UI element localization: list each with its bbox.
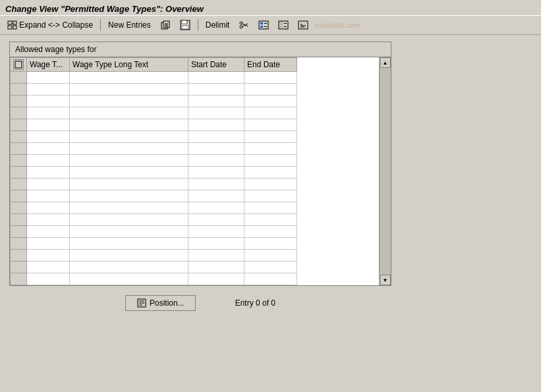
cell-end-date: [244, 179, 297, 190]
separator-2: [198, 19, 198, 31]
cell-end-date: [244, 155, 297, 167]
row-selector[interactable]: [11, 238, 27, 250]
scroll-up-button[interactable]: ▲: [380, 57, 391, 68]
cell-end-date: [244, 107, 297, 119]
cell-long-text: [70, 250, 188, 262]
table-row: [11, 190, 297, 202]
svg-point-13: [240, 22, 242, 24]
cell-end-date: [244, 96, 297, 107]
toolbar-icon-btn-1[interactable]: [157, 18, 174, 32]
window-title: Change View "Permitted Wage Types": Over…: [5, 4, 204, 14]
svg-rect-24: [280, 26, 283, 28]
cell-wage-type: [27, 226, 70, 238]
table-row: [11, 84, 297, 96]
row-selector[interactable]: [11, 179, 27, 190]
cell-start-date: [188, 262, 244, 273]
corner-select-icon[interactable]: [13, 59, 24, 70]
cell-wage-type: [27, 262, 70, 273]
row-selector[interactable]: [11, 119, 27, 131]
vertical-scrollbar[interactable]: ▲ ▼: [379, 57, 391, 285]
svg-rect-12: [186, 21, 188, 23]
col-header-start-date: Start Date: [188, 58, 244, 72]
cell-long-text: [70, 179, 188, 190]
expand-collapse-button[interactable]: Expand <-> Collapse: [4, 18, 96, 32]
toolbar: Expand <-> Collapse New Entries: [0, 15, 541, 35]
table-row: [11, 273, 297, 285]
cell-wage-type: [27, 143, 70, 155]
cell-long-text: [70, 167, 188, 179]
row-selector[interactable]: [11, 155, 27, 167]
row-selector[interactable]: [11, 226, 27, 238]
scissors-icon: [239, 20, 249, 30]
cell-start-date: [188, 179, 244, 190]
table-scroll-area: Wage T... Wage Type Long Text Start Date…: [10, 57, 379, 285]
position-icon: [136, 298, 147, 308]
cell-start-date: [188, 190, 244, 202]
cell-end-date: [244, 202, 297, 214]
cell-end-date: [244, 262, 297, 273]
col-header-long-text: Wage Type Long Text: [70, 58, 188, 72]
cell-start-date: [188, 226, 244, 238]
col-header-end-date: End Date: [244, 58, 297, 72]
new-entries-button[interactable]: New Entries: [105, 18, 154, 32]
toolbar-icon-btn-4[interactable]: [255, 18, 272, 32]
delimit-button[interactable]: Delimit: [202, 18, 233, 32]
cell-long-text: [70, 72, 188, 84]
row-selector[interactable]: [11, 273, 27, 285]
position-button[interactable]: Position...: [125, 295, 196, 311]
toolbar-icon-btn-3[interactable]: [235, 18, 252, 32]
cell-start-date: [188, 143, 244, 155]
table-title: Allowed wage types for: [10, 42, 391, 57]
row-selector[interactable]: [11, 107, 27, 119]
col-header-selector: [11, 58, 27, 72]
delimit-label: Delimit: [206, 20, 230, 30]
toolbar-icon-btn-2[interactable]: [177, 18, 194, 32]
table-row: [11, 107, 297, 119]
toolbar-icon-btn-5[interactable]: [275, 18, 292, 32]
svg-rect-18: [260, 22, 263, 24]
expand-icon: [7, 20, 18, 30]
table-row: [11, 214, 297, 226]
cell-long-text: [70, 202, 188, 214]
row-selector[interactable]: [11, 72, 27, 84]
cell-wage-type: [27, 84, 70, 96]
svg-rect-23: [280, 22, 283, 24]
row-selector[interactable]: [11, 167, 27, 179]
main-window: Change View "Permitted Wage Types": Over…: [0, 0, 541, 392]
row-selector[interactable]: [11, 131, 27, 143]
table-container: Allowed wage types for: [9, 42, 391, 286]
scroll-down-button[interactable]: ▼: [380, 275, 391, 285]
cell-wage-type: [27, 72, 70, 84]
table-row: [11, 226, 297, 238]
row-selector[interactable]: [11, 84, 27, 96]
select-all-icon: [258, 20, 269, 30]
col-header-wage-type: Wage T...: [27, 58, 70, 72]
cell-wage-type: [27, 238, 70, 250]
cell-start-date: [188, 72, 244, 84]
row-selector[interactable]: [11, 202, 27, 214]
save-icon: [180, 20, 190, 30]
cell-wage-type: [27, 167, 70, 179]
cell-long-text: [70, 96, 188, 107]
row-selector[interactable]: [11, 96, 27, 107]
cell-long-text: [70, 107, 188, 119]
row-selector[interactable]: [11, 250, 27, 262]
cell-wage-type: [27, 273, 70, 285]
row-selector[interactable]: [11, 214, 27, 226]
row-selector[interactable]: [11, 143, 27, 155]
toolbar-icon-btn-6[interactable]: [295, 18, 312, 32]
svg-rect-10: [182, 20, 187, 24]
row-selector[interactable]: [11, 262, 27, 273]
cell-wage-type: [27, 190, 70, 202]
cell-start-date: [188, 119, 244, 131]
data-table: Wage T... Wage Type Long Text Start Date…: [10, 57, 297, 285]
cell-start-date: [188, 202, 244, 214]
cell-long-text: [70, 155, 188, 167]
table-body: [11, 72, 297, 285]
cell-start-date: [188, 96, 244, 107]
table-row: [11, 202, 297, 214]
cell-wage-type: [27, 107, 70, 119]
row-selector[interactable]: [11, 190, 27, 202]
watermark: matobest.com: [314, 21, 360, 29]
cell-wage-type: [27, 214, 70, 226]
